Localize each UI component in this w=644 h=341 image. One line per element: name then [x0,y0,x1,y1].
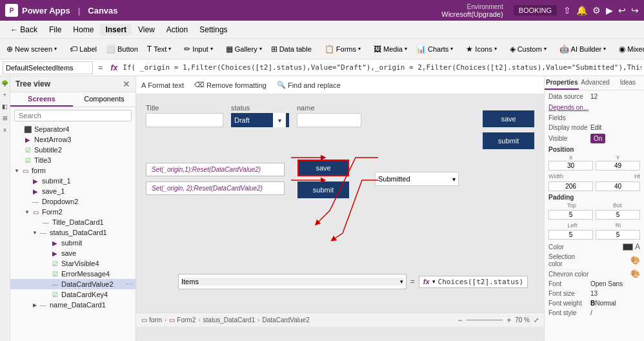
tree-item-starvisible4[interactable]: ☑ StarVisible4 [10,258,136,269]
height-input[interactable] [596,181,640,191]
text-button[interactable]: T Text ▾ [143,43,176,55]
items-dropdown[interactable]: Items [181,278,403,285]
tree-item-submit[interactable]: ▶ submit [10,238,136,248]
media-button[interactable]: 🖼 Media ▾ [370,43,411,55]
tree-item-save1[interactable]: ▶ save_1 [10,186,136,196]
submit-button[interactable]: submit [483,132,534,149]
breadcrumb-form2[interactable]: ▭ Form2 [169,316,196,324]
button-button[interactable]: ⬜ Button [102,43,142,55]
breadcrumb-form[interactable]: ▭ form [141,316,162,324]
pad-right-input[interactable] [596,230,640,240]
pad-left-input[interactable] [548,230,593,240]
settings-icon[interactable]: ⚙ [592,5,601,16]
breadcrumb-datacardvalue[interactable]: DataCardValue2 [263,316,310,324]
gallery-button[interactable]: ▦ Gallery ▾ [222,43,266,55]
icons-button[interactable]: ★ Icons ▾ [462,43,500,55]
name-box[interactable] [3,61,93,74]
submitted-dropdown[interactable]: Submitted ▾ [375,172,459,186]
search-input[interactable] [14,110,132,121]
menu-action[interactable]: Action [161,24,193,36]
forms-button[interactable]: 📋 Forms ▾ [321,43,365,55]
zoom-minus[interactable]: − [458,316,462,325]
tree-item-form2[interactable]: ▼ ▭ Form2 [10,207,136,217]
tab-properties[interactable]: Properties [545,76,579,90]
tree-item-title3[interactable]: ☑ Title3 [10,155,136,165]
share-icon[interactable]: ⇧ [563,5,571,16]
custom-button[interactable]: ◈ Custom ▾ [506,43,550,55]
tree-item-nextarrow3[interactable]: ▶ NextArrow3 [10,134,136,145]
tab-screens[interactable]: Screens [10,92,73,107]
pad-top-input[interactable] [548,210,593,220]
tree-item-title-datacard1[interactable]: — Title_DataCard1 [10,217,136,227]
width-input[interactable] [548,181,593,191]
icon-bar-var[interactable]: x [1,125,10,134]
font-label: Font [548,280,590,287]
name-input[interactable] [297,113,361,127]
canvas-form: Title status Draft ▾ name [146,104,534,307]
chevron-color-button[interactable]: 🎨 [630,269,640,278]
tree-item-subtitle2[interactable]: ☑ Subtitle2 [10,145,136,155]
charts-button[interactable]: 📊 Charts ▾ [412,43,457,55]
icon-bar-plus[interactable]: + [1,90,10,99]
formula-input[interactable] [123,63,641,72]
tree-item-datacardkey4[interactable]: ☑ DataCardKey4 [10,289,136,300]
tree-item-save[interactable]: ▶ save [10,248,136,258]
more-actions-button[interactable]: ⋯ [126,280,133,289]
notification-icon[interactable]: 🔔 [576,5,587,16]
data-table-button[interactable]: ⊞ Data table [267,43,316,55]
new-screen-button[interactable]: ⊕ New screen ▾ [3,43,61,55]
sidebar-close-button[interactable]: ✕ [123,79,130,89]
pad-bot-input[interactable] [596,210,640,220]
fx-icon[interactable]: fx [423,278,430,285]
icon-bar-layers[interactable]: ◧ [1,102,10,111]
tree-item-datacardvalue2[interactable]: — DataCardValue2 ⋯ [10,279,136,289]
tab-ideas[interactable]: Ideas [612,76,644,90]
pos-y-input[interactable] [596,161,640,170]
redo-icon[interactable]: ↪ [631,5,639,16]
menu-settings[interactable]: Settings [194,24,232,36]
tab-advanced[interactable]: Advanced [579,76,611,90]
selection-color-button[interactable]: 🎨 [630,256,640,265]
find-replace-button[interactable]: 🔍 Find and replace [277,81,341,89]
canvas-save-button[interactable]: save [297,160,349,176]
breadcrumb-status-datacard[interactable]: status_DataCard1 [203,316,256,324]
pos-x-input[interactable] [548,161,593,170]
depends-on-link[interactable]: Depends on... [548,104,589,111]
menu-insert[interactable]: Insert [100,24,132,36]
color-swatch [623,243,633,251]
menu-view[interactable]: View [133,24,160,36]
icon-bar-tree[interactable]: 🌳 [1,79,10,88]
tree-item-errormessage4[interactable]: ☑ ErrorMessage4 [10,269,136,279]
ai-builder-button[interactable]: 🤖 AI Builder ▾ [556,43,610,55]
tree-label: form [32,167,46,174]
tree-item-separator4[interactable]: ⬛ Separator4 [10,124,136,134]
menu-file[interactable]: File [44,24,66,36]
save-button[interactable]: save [483,110,534,127]
menu-back[interactable]: ← Back [5,24,43,36]
tree-item-name-datacard1[interactable]: ▶ — name_DataCard1 [10,300,136,310]
tab-components[interactable]: Components [73,92,136,107]
fit-screen-icon[interactable]: ⤢ [534,316,539,324]
icon-bar-data[interactable]: ⊞ [1,114,10,123]
tree-item-submit1[interactable]: ▶ submit_1 [10,176,136,186]
zoom-slider[interactable]: ──────── [467,316,503,324]
mixed-reality-button[interactable]: ◉ Mixed Reality ▾ [615,43,644,55]
play-icon[interactable]: ▶ [606,5,613,16]
format-text-button[interactable]: A Format text [141,81,184,89]
label-button[interactable]: 🏷 Label [66,43,101,55]
status-dropdown[interactable]: Draft ▾ [231,113,289,127]
tree-item-dropdown2[interactable]: — Dropdown2 [10,196,136,207]
undo-icon[interactable]: ↩ [618,5,626,16]
menu-home[interactable]: Home [68,24,99,36]
canvas-submit-button[interactable]: submit [297,181,349,198]
input-button[interactable]: ✏ Input ▾ [180,43,216,55]
color-picker-button[interactable]: A [623,242,640,251]
input-icon: ✏ [184,45,190,54]
formula-fx-button[interactable]: fx [108,63,121,72]
zoom-plus[interactable]: + [507,316,511,325]
tree-item-form[interactable]: ▼ ▭ form [10,165,136,176]
title-input[interactable] [146,113,223,127]
tree-item-status-datacard1[interactable]: ▼ — status_DataCard1 [10,227,136,238]
visible-on-option[interactable]: On [590,134,605,143]
remove-formatting-button[interactable]: ⌫ Remove formatting [194,81,267,89]
